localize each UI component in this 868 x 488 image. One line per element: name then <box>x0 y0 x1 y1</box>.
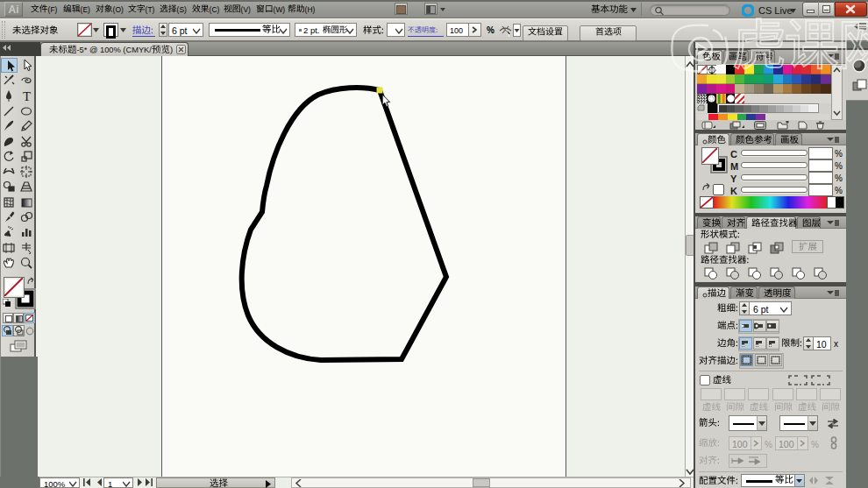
svg-text:T: T <box>23 89 31 103</box>
